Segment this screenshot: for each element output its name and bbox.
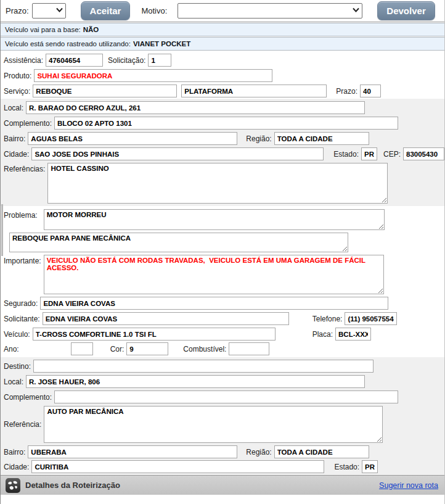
origin-complemento-row: Complemento: <box>1 115 444 131</box>
suggest-new-route-link[interactable]: Sugerir nova rota <box>379 481 438 490</box>
servico-row: Serviço: Prazo: <box>1 83 444 99</box>
origin-bairro-row: Bairro: Região: <box>1 131 444 146</box>
tracking-status-value: VIANET POCKET <box>133 40 190 48</box>
solicitacao-label: Solicitação: <box>108 56 145 65</box>
ano-cor-combustivel-row: Ano: Cor: Combustível: <box>1 342 444 357</box>
importante-label: Importante: <box>4 257 41 265</box>
problema-label: Problema: <box>4 211 38 220</box>
produto-label: Produto: <box>4 72 31 80</box>
aceitar-button[interactable]: Aceitar <box>81 1 131 20</box>
dispatch-panel: Prazo: Aceitar Motivo: Devolver Veículo … <box>0 0 445 504</box>
dest-bairro-label: Bairro: <box>4 448 25 456</box>
cor-field[interactable] <box>126 342 168 355</box>
origin-referencias-row: Referências: HOTEL CASSINO <box>1 162 444 206</box>
origin-bairro-label: Bairro: <box>4 134 25 143</box>
telefone-field[interactable] <box>345 312 397 325</box>
origin-estado-field[interactable] <box>361 147 377 160</box>
dest-local-row: Local: <box>1 374 444 389</box>
problema-field[interactable]: MOTOR MORREU <box>44 209 385 230</box>
dest-estado-field[interactable] <box>362 460 378 473</box>
origin-address-section: Local: Complemento: Bairro: Região: Cida… <box>1 99 444 206</box>
routing-details-title: Detalhes da Roteirização <box>25 481 120 490</box>
assistencia-label: Assistência: <box>4 56 43 65</box>
solicitante-label: Solicitante: <box>4 315 40 323</box>
base-status-bar: Veículo vai para a base: NÃO <box>1 23 444 36</box>
telefone-label: Telefone: <box>312 315 343 323</box>
dest-cidade-label: Cidade: <box>4 463 29 471</box>
base-status-label: Veículo vai para a base: <box>5 26 81 33</box>
servico-label: Serviço: <box>4 87 30 96</box>
routing-footer-bar: Detalhes da Roteirização Sugerir nova ro… <box>1 475 444 495</box>
destino-label: Destino: <box>4 362 31 371</box>
origin-referencias-field[interactable]: HOTEL CASSINO <box>47 163 388 204</box>
dest-complemento-row: Complemento: <box>1 389 444 405</box>
veiculo-field[interactable] <box>33 328 276 341</box>
solicitacao-field[interactable] <box>148 54 171 67</box>
servico-field[interactable] <box>33 85 177 97</box>
placa-field[interactable] <box>335 328 371 341</box>
problema-extra-row: REBOQUE PARA PANE MECÂNICA <box>1 231 444 254</box>
problema-extra-field[interactable]: REBOQUE PARA PANE MECÂNICA <box>9 233 348 252</box>
motivo-select-label: Motivo: <box>141 6 167 15</box>
devolver-button[interactable]: Devolver <box>377 1 435 20</box>
segurado-row: Segurado: <box>1 295 444 311</box>
origin-local-row: Local: <box>1 100 444 115</box>
solicitante-field[interactable] <box>43 312 289 325</box>
combustivel-label: Combustível: <box>183 345 226 353</box>
origin-local-label: Local: <box>4 104 23 112</box>
servico-tipo-field[interactable] <box>181 85 327 97</box>
importante-field[interactable]: VEICULO NÃO ESTÁ COM RODAS TRAVADAS, VEI… <box>44 255 384 294</box>
segurado-field[interactable] <box>40 297 388 310</box>
dest-complemento-label: Complemento: <box>4 393 52 402</box>
origin-cidade-row: Cidade: Estado: CEP: <box>1 146 444 162</box>
dest-referencia-row: Referência: AUTO PAR MECÂNICA <box>1 405 444 444</box>
cor-label: Cor: <box>110 345 125 353</box>
veiculo-row: Veículo: Placa: <box>1 326 444 342</box>
importante-row: Importante: VEICULO NÃO ESTÁ COM RODAS T… <box>1 254 444 295</box>
base-status-value: NÃO <box>83 26 99 33</box>
origin-cep-field[interactable] <box>403 147 444 160</box>
produto-row: Produto: <box>1 68 444 83</box>
motivo-select[interactable] <box>178 3 362 19</box>
origin-regiao-label: Região: <box>246 134 271 143</box>
tracking-status-bar: Veículo está sendo rastreado utilizando:… <box>1 37 444 51</box>
destino-field[interactable] <box>33 360 374 373</box>
prazo-select[interactable] <box>32 3 66 19</box>
dest-referencia-field[interactable]: AUTO PAR MECÂNICA <box>44 406 383 443</box>
globe-icon <box>6 478 20 493</box>
origin-bairro-field[interactable] <box>28 132 237 145</box>
combustivel-field[interactable] <box>229 342 269 355</box>
tracking-status-label: Veículo está sendo rastreado utilizando: <box>5 40 131 48</box>
origin-cep-label: CEP: <box>383 150 401 159</box>
dest-local-field[interactable] <box>26 375 365 388</box>
splitter-handle[interactable] <box>1 204 3 256</box>
dest-complemento-field[interactable] <box>54 390 398 403</box>
destino-row: Destino: <box>1 358 444 374</box>
prazo-field[interactable] <box>360 85 381 97</box>
destination-section: Destino: Local: Complemento: Referência:… <box>1 357 444 475</box>
produto-field[interactable] <box>34 69 272 82</box>
assistencia-field[interactable] <box>46 54 103 67</box>
dest-referencia-label: Referência: <box>4 420 41 429</box>
dest-bairro-field[interactable] <box>28 445 237 458</box>
assistencia-row: Assistência: Solicitação: <box>1 52 444 68</box>
origin-referencias-label: Referências: <box>4 165 45 173</box>
ano-label: Ano: <box>4 345 19 353</box>
dest-regiao-label: Região: <box>246 448 271 456</box>
origin-regiao-field[interactable] <box>274 132 369 145</box>
ano-field[interactable] <box>71 342 93 355</box>
origin-cidade-field[interactable] <box>31 147 324 160</box>
assistance-section: Assistência: Solicitação: Produto: Servi… <box>1 51 444 99</box>
dest-cidade-row: Cidade: Estado: <box>1 460 444 475</box>
dest-cidade-field[interactable] <box>31 460 324 473</box>
dest-regiao-field[interactable] <box>274 445 369 458</box>
origin-estado-label: Estado: <box>333 150 359 159</box>
problema-row: Problema: MOTOR MORREU <box>1 208 444 231</box>
dest-estado-label: Estado: <box>334 463 359 471</box>
prazo-select-label: Prazo: <box>6 6 29 15</box>
dest-local-label: Local: <box>4 378 23 386</box>
origin-local-field[interactable] <box>26 101 365 114</box>
motivo-select-wrap <box>178 3 362 19</box>
origin-complemento-field[interactable] <box>54 117 398 130</box>
details-section: Problema: MOTOR MORREU REBOQUE PARA PANE… <box>1 206 444 357</box>
